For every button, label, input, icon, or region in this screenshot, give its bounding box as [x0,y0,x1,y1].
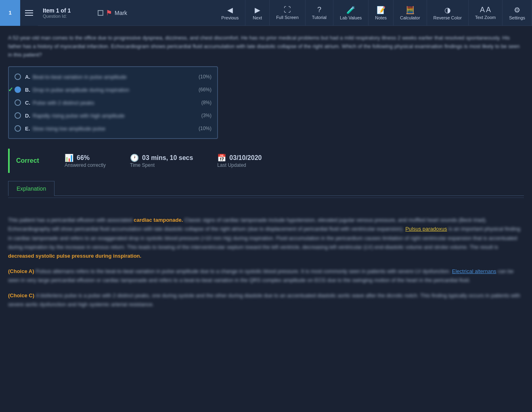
settings-button[interactable]: ⚙ Settings [503,0,532,26]
question-text: A 52-year-old man comes to the office du… [8,34,524,59]
radio-b [15,86,21,93]
tutorial-label: Tutorial [312,15,327,20]
text-zoom-icon: A A [480,6,491,14]
date-value: 03/10/2020 [229,154,262,162]
item-number-badge: 1 [0,0,20,26]
mark-checkbox [98,10,103,16]
next-button[interactable]: ▶ Next [245,0,270,26]
reverse-color-icon: ◑ [444,6,451,15]
option-pct-d: (3%) [201,113,212,118]
tutorial-button[interactable]: ? Tutorial [306,0,333,26]
option-letter-a: A. [25,74,30,80]
lab-values-label: Lab Values [340,15,362,20]
text-zoom-label: Text Zoom [475,15,496,20]
clock-icon: 🕐 [130,153,139,162]
option-pct-a: (10%) [199,74,212,80]
stat-row-pct: 📊 66% [65,153,90,162]
answer-option-c[interactable]: C. Pulse with 2 distinct peaks (8%) [9,96,217,109]
calculator-button[interactable]: 🧮 Calculator [394,0,427,26]
explanation-tabs: Explanation [8,181,524,196]
previous-button[interactable]: ◀ Previous [215,0,245,26]
stat-last-updated: 📅 03/10/2020 Last Updated [217,153,262,168]
explanation-highlight-result: decreased systolic pulse pressure during… [8,253,141,259]
choice-c-heading: (Choice C) [8,292,36,298]
previous-icon: ◀ [227,6,233,15]
calculator-label: Calculator [400,15,420,20]
explanation-body: This patient has a pericardial effusion … [8,206,524,325]
explanation-text-part1: This patient has a pericardial effusion … [8,217,134,223]
full-screen-label: Full Screen [276,15,299,20]
full-screen-button[interactable]: ⛶ Full Screen [270,0,306,26]
option-pct-e: (10%) [199,126,212,131]
correct-label: Correct [16,157,65,164]
radio-d [15,112,21,119]
reverse-color-button[interactable]: ◑ Reverse Color [427,0,469,26]
stat-answered-correctly: 📊 66% Answered correctly [65,153,106,168]
stat-row-time: 🕐 03 mins, 10 secs [130,153,193,162]
explanation-highlight-pulsus: Pulsus paradoxus [405,226,447,232]
time-value: 03 mins, 10 secs [142,154,193,162]
choice-c-paragraph: (Choice C) A bisferiens pulse is a pulse… [8,291,524,309]
tutorial-icon: ? [317,6,321,14]
choice-a-heading: (Choice A) [8,268,36,274]
option-text-c: Pulse with 2 distinct peaks [33,100,198,106]
menu-button[interactable] [20,0,38,26]
option-letter-c: C. [25,100,30,106]
choice-a-text-1: Pulsus alternans refers to the beat-to-b… [36,268,452,274]
radio-a [15,74,21,80]
pct-value: 66% [77,154,90,162]
correct-bar [8,149,10,173]
option-text-d: Rapidly rising pulse with high amplitude [33,113,198,119]
topbar: 1 Item 1 of 1 Question Id: ⚑ Mark ◀ Prev… [0,0,532,26]
main-content: A 52-year-old man comes to the office du… [0,26,532,333]
explanation-highlight-tamponade: cardiac tamponade. [134,217,183,223]
option-letter-d: D. [25,113,30,119]
option-pct-b: (66%) [199,87,212,92]
divider [8,198,524,198]
hamburger-icon [25,10,33,16]
explanation-main-paragraph: This patient has a pericardial effusion … [8,216,524,260]
lab-values-icon: 🧪 [346,6,355,15]
result-area: Correct 📊 66% Answered correctly 🕐 03 mi… [8,149,524,173]
explanation-tab[interactable]: Explanation [8,181,54,196]
chart-icon: 📊 [65,153,73,162]
answer-option-d[interactable]: D. Rapidly rising pulse with high amplit… [9,109,217,122]
notes-button[interactable]: 📝 Notes [369,0,394,26]
option-pct-c: (8%) [201,100,212,105]
question-id: Question Id: [43,14,86,19]
stat-time-spent: 🕐 03 mins, 10 secs Time Spent [130,153,193,168]
answer-option-e[interactable]: E. Slow rising low amplitude pulse (10%) [9,122,217,135]
lab-values-button[interactable]: 🧪 Lab Values [333,0,369,26]
time-label: Time Spent [130,162,155,168]
answer-option-a[interactable]: A. Beat-to-beat variation in pulse ampli… [9,70,217,83]
flag-icon: ⚑ [106,8,112,17]
next-label: Next [253,15,262,20]
mark-label: Mark [115,10,127,16]
option-text-a: Beat-to-beat variation in pulse amplitud… [33,74,195,80]
topbar-nav: ◀ Previous ▶ Next ⛶ Full Screen ? Tutori… [215,0,532,26]
radio-c [15,99,21,106]
next-icon: ▶ [255,6,260,15]
option-letter-b: B. [25,87,30,93]
notes-icon: 📝 [377,6,385,15]
mark-button[interactable]: ⚑ Mark [94,6,131,20]
calendar-icon: 📅 [217,153,226,162]
item-title: Item 1 of 1 [43,7,86,14]
full-screen-icon: ⛶ [284,6,291,14]
item-info: Item 1 of 1 Question Id: [38,7,90,19]
answer-box: A. Beat-to-beat variation in pulse ampli… [8,66,218,139]
reverse-color-label: Reverse Color [434,15,462,20]
notes-label: Notes [375,15,387,20]
option-text-b: Drop in pulse amplitude during inspirati… [33,87,195,93]
answer-option-b[interactable]: ✓ B. Drop in pulse amplitude during insp… [9,83,217,96]
settings-label: Settings [509,15,525,20]
text-zoom-button[interactable]: A A Text Zoom [469,0,503,26]
choice-a-link[interactable]: Electrical alternans [452,268,496,274]
date-label: Last Updated [217,162,246,168]
check-mark: ✓ [8,86,13,93]
choice-c-text: A bisferiens pulse is a pulse with 2 dis… [8,292,520,307]
previous-label: Previous [221,15,239,20]
settings-icon: ⚙ [514,6,520,15]
option-text-e: Slow rising low amplitude pulse [32,126,195,132]
stat-row-date: 📅 03/10/2020 [217,153,262,162]
